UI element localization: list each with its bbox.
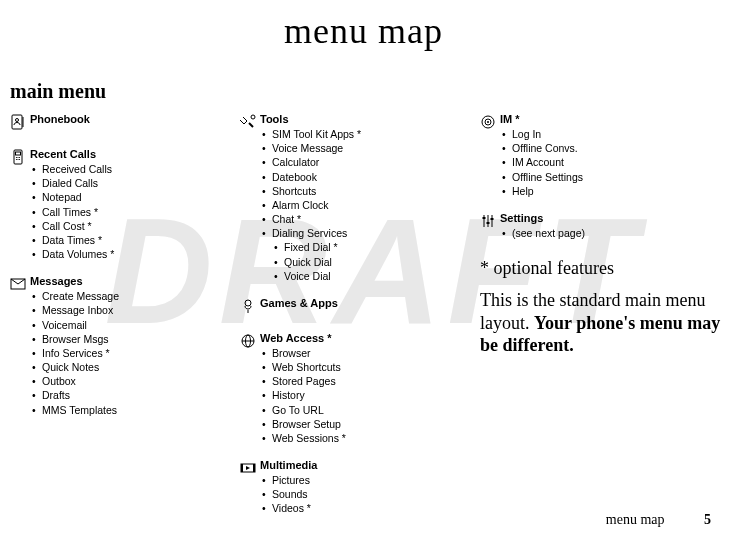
list-item: Pictures xyxy=(260,473,450,487)
list-item: Browser Setup xyxy=(260,417,450,431)
svg-point-13 xyxy=(245,300,251,306)
list-item: IM Account xyxy=(500,155,730,169)
section-web-access: Web Access * Browser Web Shortcuts Store… xyxy=(240,332,450,445)
list-item: Data Times * xyxy=(30,233,210,247)
list-item: Call Cost * xyxy=(30,219,210,233)
section-title: Multimedia xyxy=(260,459,450,471)
optional-features-note: * optional features xyxy=(480,258,730,279)
list-item: Go To URL xyxy=(260,403,450,417)
list-item: Log In xyxy=(500,127,730,141)
list-item: Shortcuts xyxy=(260,184,450,198)
list-item: MMS Templates xyxy=(30,403,210,417)
page-number: 5 xyxy=(704,512,711,527)
section-multimedia: Multimedia Pictures Sounds Videos * xyxy=(240,459,450,516)
list-item: Data Volumes * xyxy=(30,247,210,261)
section-im: IM * Log In Offline Convs. IM Account Of… xyxy=(480,113,730,198)
list-item: Voicemail xyxy=(30,318,210,332)
list-item: Offline Settings xyxy=(500,170,730,184)
list-item: Voice Message xyxy=(260,141,450,155)
section-title: IM * xyxy=(500,113,730,125)
im-icon xyxy=(480,113,500,198)
list-item: History xyxy=(260,388,450,402)
section-title: Web Access * xyxy=(260,332,450,344)
svg-point-7 xyxy=(19,157,20,158)
list-item: Chat * xyxy=(260,212,450,226)
phonebook-icon xyxy=(10,113,30,134)
column-3: IM * Log In Offline Convs. IM Account Of… xyxy=(480,113,730,530)
list-item: Datebook xyxy=(260,170,450,184)
list-item-label: Dialing Services xyxy=(272,227,347,239)
list-item: Message Inbox xyxy=(30,303,210,317)
list-item: Calculator xyxy=(260,155,450,169)
svg-point-10 xyxy=(19,159,20,160)
column-1: Phonebook Recent Calls Received Calls Di… xyxy=(10,113,210,530)
menu-columns: Phonebook Recent Calls Received Calls Di… xyxy=(10,113,717,530)
list-item: Videos * xyxy=(260,501,450,515)
svg-point-5 xyxy=(16,157,17,158)
svg-point-6 xyxy=(17,157,18,158)
list-item: Info Services * xyxy=(30,346,210,360)
multimedia-icon xyxy=(240,459,260,516)
section-title: Settings xyxy=(500,212,730,224)
recent-calls-icon xyxy=(10,148,30,261)
sub-list-item: Fixed Dial * xyxy=(272,240,450,254)
section-recent-calls: Recent Calls Received Calls Dialed Calls… xyxy=(10,148,210,261)
svg-point-2 xyxy=(16,119,19,122)
list-item: Browser xyxy=(260,346,450,360)
svg-rect-28 xyxy=(483,217,486,219)
footer-label: menu map xyxy=(606,512,665,527)
list-item: Call Times * xyxy=(30,205,210,219)
svg-rect-4 xyxy=(16,152,21,155)
svg-point-8 xyxy=(16,159,17,160)
layout-note: This is the standard main menu layout. Y… xyxy=(480,289,730,357)
section-settings: Settings (see next page) xyxy=(480,212,730,240)
section-title: Phonebook xyxy=(30,113,210,125)
sub-list-item: Voice Dial xyxy=(272,269,450,283)
list-item: Stored Pages xyxy=(260,374,450,388)
section-title: Messages xyxy=(30,275,210,287)
svg-marker-21 xyxy=(246,466,250,470)
settings-icon xyxy=(480,212,500,240)
svg-point-24 xyxy=(487,121,489,123)
svg-rect-30 xyxy=(491,218,494,220)
svg-point-12 xyxy=(251,115,255,119)
list-item: SIM Tool Kit Apps * xyxy=(260,127,450,141)
svg-point-9 xyxy=(17,159,18,160)
section-phonebook: Phonebook xyxy=(10,113,210,134)
column-2: Tools SIM Tool Kit Apps * Voice Message … xyxy=(240,113,450,530)
page-footer: menu map 5 xyxy=(606,512,711,528)
list-item: Outbox xyxy=(30,374,210,388)
list-item: Web Shortcuts xyxy=(260,360,450,374)
list-item: Quick Notes xyxy=(30,360,210,374)
svg-rect-19 xyxy=(241,464,243,472)
games-icon xyxy=(240,297,260,318)
tools-icon xyxy=(240,113,260,283)
list-item: Received Calls xyxy=(30,162,210,176)
list-item: Notepad xyxy=(30,190,210,204)
list-item: Create Message xyxy=(30,289,210,303)
section-games-apps: Games & Apps xyxy=(240,297,450,318)
web-icon xyxy=(240,332,260,445)
svg-rect-29 xyxy=(487,222,490,224)
list-item: Dialing Services Fixed Dial * Quick Dial… xyxy=(260,226,450,283)
section-title: Games & Apps xyxy=(260,297,450,309)
sub-list-item: Quick Dial xyxy=(272,255,450,269)
list-item: Offline Convs. xyxy=(500,141,730,155)
list-item: Help xyxy=(500,184,730,198)
list-item: Sounds xyxy=(260,487,450,501)
list-item: Browser Msgs xyxy=(30,332,210,346)
svg-rect-20 xyxy=(253,464,255,472)
section-tools: Tools SIM Tool Kit Apps * Voice Message … xyxy=(240,113,450,283)
messages-icon xyxy=(10,275,30,417)
list-item: Alarm Clock xyxy=(260,198,450,212)
list-item: Dialed Calls xyxy=(30,176,210,190)
section-messages: Messages Create Message Message Inbox Vo… xyxy=(10,275,210,417)
list-item: Drafts xyxy=(30,388,210,402)
list-item: Web Sessions * xyxy=(260,431,450,445)
section-title: Tools xyxy=(260,113,450,125)
list-item: (see next page) xyxy=(500,226,730,240)
section-title: Recent Calls xyxy=(30,148,210,160)
main-menu-heading: main menu xyxy=(10,80,717,103)
chapter-title: menu map xyxy=(10,10,717,52)
